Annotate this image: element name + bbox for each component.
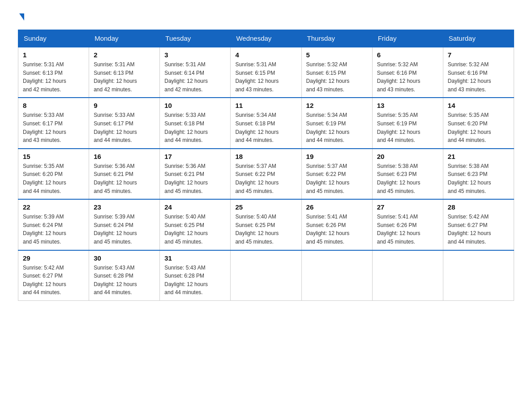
- weekday-header-tuesday: Tuesday: [160, 30, 231, 47]
- calendar-cell: 29 Sunrise: 5:42 AMSunset: 6:27 PMDaylig…: [18, 250, 89, 301]
- day-number: 2: [94, 51, 155, 59]
- day-number: 4: [235, 51, 296, 59]
- day-number: 14: [448, 102, 509, 109]
- day-info: Sunrise: 5:32 AMSunset: 6:15 PMDaylight:…: [306, 61, 350, 93]
- day-number: 24: [164, 203, 226, 211]
- day-info: Sunrise: 5:34 AMSunset: 6:18 PMDaylight:…: [235, 112, 279, 143]
- day-info: Sunrise: 5:41 AMSunset: 6:26 PMDaylight:…: [306, 214, 350, 245]
- day-info: Sunrise: 5:32 AMSunset: 6:16 PMDaylight:…: [448, 61, 491, 93]
- day-info: Sunrise: 5:32 AMSunset: 6:16 PMDaylight:…: [377, 61, 420, 93]
- calendar-cell: 13 Sunrise: 5:35 AMSunset: 6:19 PMDaylig…: [372, 98, 443, 148]
- calendar-cell: 4 Sunrise: 5:31 AMSunset: 6:15 PMDayligh…: [231, 47, 301, 98]
- calendar-week-row: 15 Sunrise: 5:35 AMSunset: 6:20 PMDaylig…: [18, 149, 514, 199]
- calendar-cell: 18 Sunrise: 5:37 AMSunset: 6:22 PMDaylig…: [231, 149, 301, 199]
- day-number: 20: [377, 153, 438, 160]
- weekday-header-wednesday: Wednesday: [231, 30, 301, 47]
- calendar-cell: 3 Sunrise: 5:31 AMSunset: 6:14 PMDayligh…: [160, 47, 231, 98]
- day-info: Sunrise: 5:39 AMSunset: 6:24 PMDaylight:…: [94, 214, 137, 245]
- page-header: [18, 13, 514, 19]
- calendar-table: SundayMondayTuesdayWednesdayThursdayFrid…: [18, 30, 514, 301]
- calendar-cell: 17 Sunrise: 5:36 AMSunset: 6:21 PMDaylig…: [160, 149, 231, 199]
- day-number: 17: [164, 153, 226, 160]
- calendar-cell: 30 Sunrise: 5:43 AMSunset: 6:28 PMDaylig…: [89, 250, 160, 301]
- day-number: 15: [23, 153, 84, 160]
- day-info: Sunrise: 5:35 AMSunset: 6:19 PMDaylight:…: [377, 112, 420, 143]
- day-info: Sunrise: 5:35 AMSunset: 6:20 PMDaylight:…: [23, 163, 66, 194]
- day-info: Sunrise: 5:38 AMSunset: 6:23 PMDaylight:…: [377, 163, 420, 194]
- day-number: 28: [448, 203, 509, 211]
- calendar-cell: [443, 250, 514, 301]
- calendar-cell: 16 Sunrise: 5:36 AMSunset: 6:21 PMDaylig…: [89, 149, 160, 199]
- calendar-week-row: 22 Sunrise: 5:39 AMSunset: 6:24 PMDaylig…: [18, 199, 514, 250]
- day-number: 16: [94, 153, 155, 160]
- day-info: Sunrise: 5:42 AMSunset: 6:27 PMDaylight:…: [448, 214, 491, 245]
- calendar-cell: 23 Sunrise: 5:39 AMSunset: 6:24 PMDaylig…: [89, 199, 160, 250]
- calendar-cell: 7 Sunrise: 5:32 AMSunset: 6:16 PMDayligh…: [443, 47, 514, 98]
- weekday-header-friday: Friday: [372, 30, 443, 47]
- calendar-cell: 20 Sunrise: 5:38 AMSunset: 6:23 PMDaylig…: [372, 149, 443, 199]
- day-number: 30: [94, 254, 155, 262]
- calendar-week-row: 8 Sunrise: 5:33 AMSunset: 6:17 PMDayligh…: [18, 98, 514, 148]
- calendar-cell: 21 Sunrise: 5:38 AMSunset: 6:23 PMDaylig…: [443, 149, 514, 199]
- day-info: Sunrise: 5:31 AMSunset: 6:15 PMDaylight:…: [235, 61, 279, 93]
- day-info: Sunrise: 5:35 AMSunset: 6:20 PMDaylight:…: [448, 112, 491, 143]
- day-number: 10: [164, 102, 226, 109]
- calendar-cell: [231, 250, 301, 301]
- day-number: 6: [377, 51, 438, 59]
- day-info: Sunrise: 5:34 AMSunset: 6:19 PMDaylight:…: [306, 112, 350, 143]
- day-number: 25: [235, 203, 296, 211]
- day-info: Sunrise: 5:33 AMSunset: 6:18 PMDaylight:…: [164, 112, 208, 143]
- calendar-cell: 26 Sunrise: 5:41 AMSunset: 6:26 PMDaylig…: [301, 199, 372, 250]
- day-number: 18: [235, 153, 296, 160]
- day-number: 3: [164, 51, 226, 59]
- day-number: 29: [23, 254, 84, 262]
- day-number: 23: [94, 203, 155, 211]
- day-info: Sunrise: 5:36 AMSunset: 6:21 PMDaylight:…: [164, 163, 208, 194]
- day-number: 8: [23, 102, 84, 109]
- day-info: Sunrise: 5:37 AMSunset: 6:22 PMDaylight:…: [235, 163, 279, 194]
- day-number: 13: [377, 102, 438, 109]
- day-number: 11: [235, 102, 296, 109]
- weekday-header-monday: Monday: [89, 30, 160, 47]
- calendar-cell: 2 Sunrise: 5:31 AMSunset: 6:13 PMDayligh…: [89, 47, 160, 98]
- day-number: 9: [94, 102, 155, 109]
- calendar-cell: 6 Sunrise: 5:32 AMSunset: 6:16 PMDayligh…: [372, 47, 443, 98]
- calendar-week-row: 29 Sunrise: 5:42 AMSunset: 6:27 PMDaylig…: [18, 250, 514, 301]
- day-number: 7: [448, 51, 509, 59]
- day-info: Sunrise: 5:43 AMSunset: 6:28 PMDaylight:…: [94, 265, 137, 296]
- day-number: 27: [377, 203, 438, 211]
- day-number: 21: [448, 153, 509, 160]
- calendar-cell: 8 Sunrise: 5:33 AMSunset: 6:17 PMDayligh…: [18, 98, 89, 148]
- calendar-cell: 14 Sunrise: 5:35 AMSunset: 6:20 PMDaylig…: [443, 98, 514, 148]
- day-info: Sunrise: 5:31 AMSunset: 6:13 PMDaylight:…: [94, 61, 137, 93]
- logo: [18, 13, 24, 19]
- day-info: Sunrise: 5:41 AMSunset: 6:26 PMDaylight:…: [377, 214, 420, 245]
- calendar-cell: 10 Sunrise: 5:33 AMSunset: 6:18 PMDaylig…: [160, 98, 231, 148]
- day-number: 26: [306, 203, 368, 211]
- day-info: Sunrise: 5:33 AMSunset: 6:17 PMDaylight:…: [94, 112, 137, 143]
- day-info: Sunrise: 5:38 AMSunset: 6:23 PMDaylight:…: [448, 163, 491, 194]
- weekday-header-thursday: Thursday: [301, 30, 372, 47]
- calendar-week-row: 1 Sunrise: 5:31 AMSunset: 6:13 PMDayligh…: [18, 47, 514, 98]
- day-info: Sunrise: 5:42 AMSunset: 6:27 PMDaylight:…: [23, 265, 66, 296]
- calendar-cell: 24 Sunrise: 5:40 AMSunset: 6:25 PMDaylig…: [160, 199, 231, 250]
- day-info: Sunrise: 5:39 AMSunset: 6:24 PMDaylight:…: [23, 214, 66, 245]
- calendar-cell: 19 Sunrise: 5:37 AMSunset: 6:22 PMDaylig…: [301, 149, 372, 199]
- weekday-header-sunday: Sunday: [18, 30, 89, 47]
- day-info: Sunrise: 5:31 AMSunset: 6:13 PMDaylight:…: [23, 61, 66, 93]
- day-info: Sunrise: 5:43 AMSunset: 6:28 PMDaylight:…: [164, 265, 208, 296]
- day-number: 31: [164, 254, 226, 262]
- weekday-header-saturday: Saturday: [443, 30, 514, 47]
- day-number: 19: [306, 153, 368, 160]
- calendar-cell: 12 Sunrise: 5:34 AMSunset: 6:19 PMDaylig…: [301, 98, 372, 148]
- day-info: Sunrise: 5:31 AMSunset: 6:14 PMDaylight:…: [164, 61, 208, 93]
- day-info: Sunrise: 5:36 AMSunset: 6:21 PMDaylight:…: [94, 163, 137, 194]
- calendar-cell: 9 Sunrise: 5:33 AMSunset: 6:17 PMDayligh…: [89, 98, 160, 148]
- weekday-header-row: SundayMondayTuesdayWednesdayThursdayFrid…: [18, 30, 514, 47]
- calendar-cell: 22 Sunrise: 5:39 AMSunset: 6:24 PMDaylig…: [18, 199, 89, 250]
- calendar-cell: [372, 250, 443, 301]
- day-info: Sunrise: 5:37 AMSunset: 6:22 PMDaylight:…: [306, 163, 350, 194]
- calendar-cell: 5 Sunrise: 5:32 AMSunset: 6:15 PMDayligh…: [301, 47, 372, 98]
- day-number: 12: [306, 102, 368, 109]
- day-number: 22: [23, 203, 84, 211]
